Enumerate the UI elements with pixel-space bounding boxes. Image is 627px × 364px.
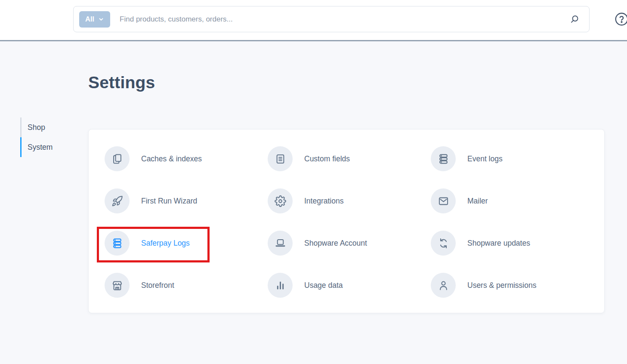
global-search-bar: All (73, 6, 590, 32)
settings-item-label: Mailer (467, 197, 488, 206)
settings-card: Caches & indexes Custom fields (88, 129, 605, 313)
search-icon[interactable] (569, 14, 580, 25)
topbar: All (0, 0, 627, 41)
document-icon (268, 146, 293, 171)
settings-item-label: Saferpay Logs (141, 239, 190, 248)
laptop-icon (268, 231, 293, 256)
sidebar-item-label: Shop (28, 123, 45, 132)
settings-item-event-logs[interactable]: Event logs (431, 146, 594, 171)
sidebar-item-shop[interactable]: Shop (20, 117, 61, 137)
sync-icon (431, 231, 456, 256)
envelope-icon (431, 188, 456, 213)
database-icon (105, 231, 130, 256)
settings-item-storefront[interactable]: Storefront (105, 273, 268, 298)
settings-item-label: Caches & indexes (141, 154, 202, 163)
settings-item-shopware-account[interactable]: Shopware Account (268, 231, 431, 256)
settings-item-mailer[interactable]: Mailer (431, 188, 594, 213)
search-input[interactable] (110, 15, 569, 24)
help-icon[interactable] (615, 12, 627, 26)
copy-icon (105, 146, 130, 171)
sidebar-item-label: System (28, 143, 53, 152)
settings-item-usage-data[interactable]: Usage data (268, 273, 431, 298)
search-filter-label: All (85, 15, 94, 23)
storefront-icon (105, 273, 130, 298)
settings-item-label: Storefront (141, 281, 174, 290)
search-filter-dropdown[interactable]: All (79, 11, 110, 28)
settings-item-saferpay-logs[interactable]: Saferpay Logs (105, 231, 268, 256)
settings-item-label: Custom fields (304, 154, 350, 163)
settings-item-label: First Run Wizard (141, 197, 197, 206)
settings-item-shopware-updates[interactable]: Shopware updates (431, 231, 594, 256)
page-title: Settings (88, 73, 155, 92)
user-icon (431, 273, 456, 298)
settings-item-label: Users & permissions (467, 281, 536, 290)
settings-item-custom-fields[interactable]: Custom fields (268, 146, 431, 171)
settings-item-label: Usage data (304, 281, 343, 290)
settings-item-caches-indexes[interactable]: Caches & indexes (105, 146, 268, 171)
bar-chart-icon (268, 273, 293, 298)
rocket-icon (105, 188, 130, 213)
settings-item-users-permissions[interactable]: Users & permissions (431, 273, 594, 298)
settings-item-label: Integrations (304, 197, 343, 206)
settings-item-integrations[interactable]: Integrations (268, 188, 431, 213)
settings-sidebar: Shop System (20, 117, 61, 157)
chevron-down-icon (98, 16, 104, 22)
settings-item-first-run-wizard[interactable]: First Run Wizard (105, 188, 268, 213)
settings-item-label: Shopware Account (304, 239, 367, 248)
database-icon (431, 146, 456, 171)
settings-item-label: Event logs (467, 154, 503, 163)
settings-grid: Caches & indexes Custom fields (89, 130, 604, 315)
settings-item-label: Shopware updates (467, 239, 530, 248)
sidebar-item-system[interactable]: System (20, 137, 61, 157)
gear-icon (268, 188, 293, 213)
